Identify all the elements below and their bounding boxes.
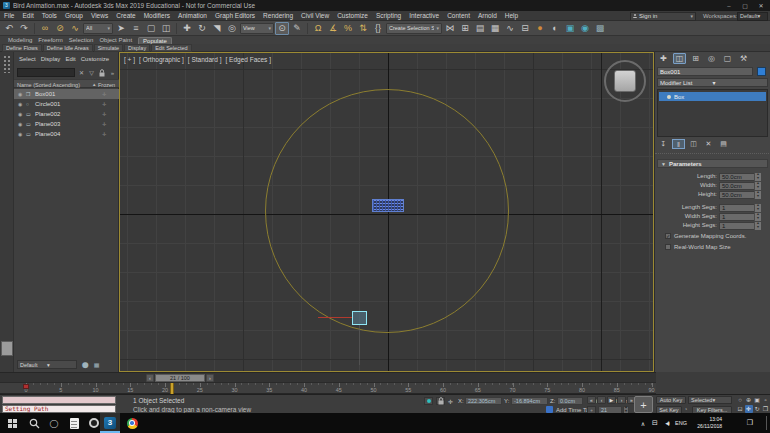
macro-recorder-field[interactable] [2, 396, 116, 404]
curve-editor-icon[interactable]: ∿ [503, 22, 517, 35]
start-button[interactable] [2, 413, 22, 433]
plane-wireframe-objects[interactable] [372, 199, 404, 212]
undo-icon[interactable]: ↶ [2, 22, 16, 35]
transform-type-in-icon[interactable]: ✛ [448, 398, 453, 405]
named-selection-set-dropdown[interactable]: Create Selection Se▾ [386, 23, 442, 34]
dock-handle[interactable] [1, 341, 13, 356]
zoom-button[interactable]: ○ [736, 396, 744, 405]
zoom-region-button[interactable]: ▫ [762, 396, 770, 405]
auto-key-button[interactable]: Auto Key [656, 396, 686, 404]
select-and-manipulate-icon[interactable]: ✎ [290, 22, 304, 35]
menu-content[interactable]: Content [443, 12, 474, 19]
select-and-rotate-icon[interactable]: ↻ [195, 22, 209, 35]
spinner-down-icon[interactable]: ▼ [756, 226, 759, 230]
viewport-menu-general[interactable]: [ + ] [124, 56, 135, 63]
menu-tools[interactable]: Tools [38, 12, 61, 19]
y-coordinate-field[interactable]: -16.894cm [511, 397, 548, 405]
object-name-field[interactable]: Box001 [657, 67, 753, 76]
ribbon-button-define-flows[interactable]: Define Flows [2, 44, 42, 52]
toolbar-grip-handle[interactable] [3, 55, 11, 73]
maximize-viewport-button[interactable]: ❐ [762, 405, 770, 414]
angle-snap-icon[interactable]: ∡ [326, 22, 340, 35]
ribbon-tab-modeling[interactable]: Modeling [8, 37, 32, 43]
redo-icon[interactable]: ↷ [17, 22, 31, 35]
frozen-toggle-icon[interactable]: ✛ [102, 131, 106, 137]
param-spinner[interactable]: ▲▼ [754, 222, 761, 230]
visibility-eye-icon[interactable]: ◉ [18, 91, 22, 97]
select-and-link-icon[interactable]: ∞ [38, 22, 52, 35]
stopwatch-icon[interactable]: ◔ [684, 406, 687, 412]
visibility-eye-icon[interactable]: ◉ [18, 121, 22, 127]
checkbox[interactable] [665, 244, 671, 250]
selected-box-object[interactable] [352, 311, 367, 325]
language-indicator[interactable]: ENG [674, 413, 688, 433]
scene-object-row-plane003[interactable]: ◉▭Plane003✛ [14, 119, 119, 129]
spinner-down-icon[interactable]: ▼ [756, 177, 759, 181]
maxscript-listener-field[interactable]: Setting Path [2, 405, 116, 413]
taskbar-app-3dsmax-active[interactable]: 3 [100, 413, 120, 433]
snaps-toggle-icon[interactable]: Ω [311, 22, 325, 35]
tab-display[interactable]: ▢ [721, 53, 734, 64]
timeline-ruler[interactable]: 051015202530354045505560657075808590 [0, 382, 656, 394]
zoom-all-button[interactable]: ⊕ [745, 396, 753, 405]
clock[interactable]: 13:04 26/11/2018 [688, 416, 722, 429]
percent-snap-icon[interactable]: % [341, 22, 355, 35]
play-animation-button[interactable]: ▶ [607, 396, 616, 404]
visibility-eye-icon[interactable]: ◉ [18, 131, 22, 137]
isolate-selection-toggle[interactable] [424, 397, 433, 405]
frozen-toggle-icon[interactable]: ✛ [102, 101, 106, 107]
next-frame-arrow[interactable]: › [206, 374, 214, 382]
render-iterative-icon[interactable]: ▩ [593, 22, 607, 35]
menu-create[interactable]: Create [112, 12, 140, 19]
spinner-down-icon[interactable]: ▼ [756, 208, 759, 212]
scene-explorer-column-header[interactable]: Name (Sorted Ascending) ▲ Frozen [14, 79, 119, 88]
taskbar-app-document[interactable] [64, 413, 84, 433]
use-pivot-point-icon[interactable]: ⊙ [275, 22, 289, 35]
configure-modifier-sets-button[interactable]: ▤ [717, 139, 730, 149]
viewport-orthographic[interactable]: [ + ] [ Orthographic ] [ Standard ] [ Ed… [119, 52, 654, 372]
keyframe-marker[interactable] [23, 384, 29, 389]
spinner-down-icon[interactable]: ▼ [756, 217, 759, 221]
menu-customize[interactable]: Customize [333, 12, 372, 19]
pan-2d-button[interactable]: ⊡ [736, 405, 744, 414]
param-spinner[interactable]: ▲▼ [754, 204, 761, 212]
sign-in-button[interactable]: Sign in ▾ [630, 12, 696, 21]
explorer-menu-select[interactable]: Select [19, 56, 36, 62]
orbit-button[interactable]: ↻ [753, 405, 761, 414]
render-setup-icon[interactable]: ◐ [548, 22, 562, 35]
zoom-extents-button[interactable]: ▣ [753, 396, 761, 405]
ribbon-button-edit-selected[interactable]: Edit Selected [151, 44, 191, 52]
frozen-toggle-icon[interactable]: ✛ [102, 121, 106, 127]
panel-splitter[interactable] [655, 153, 770, 157]
explorer-menu-display[interactable]: Display [41, 56, 61, 62]
scene-object-row-box001[interactable]: ◉❒Box001✛ [14, 89, 119, 99]
named-selection-sets-icon[interactable]: {} [371, 22, 385, 35]
maximize-button[interactable]: ▢ [738, 0, 752, 11]
menu-interactive[interactable]: Interactive [405, 12, 443, 19]
menu-modifiers[interactable]: Modifiers [140, 12, 174, 19]
menu-group[interactable]: Group [61, 12, 87, 19]
ribbon-button-define-idle-areas[interactable]: Define Idle Areas [43, 44, 93, 52]
param-spinner[interactable]: ▲▼ [754, 173, 761, 181]
menu-animation[interactable]: Animation [174, 12, 211, 19]
parameters-rollout-header[interactable]: ▼ Parameters [657, 159, 768, 168]
modifier-list-dropdown[interactable]: Modifier List ▾ [657, 78, 768, 87]
bind-to-space-warp-icon[interactable]: ∿ [68, 22, 82, 35]
taskbar-app-chrome[interactable] [122, 413, 142, 433]
reference-coordinate-dropdown[interactable]: View▾ [240, 23, 274, 34]
param-spinner[interactable]: ▲▼ [754, 213, 761, 221]
ribbon-tab-freeform[interactable]: Freeform [38, 37, 62, 43]
column-name[interactable]: Name (Sorted Ascending) [17, 82, 80, 88]
x-coordinate-field[interactable]: 222.305cm [465, 397, 502, 405]
tab-create[interactable]: ✚ [657, 53, 670, 64]
time-slider-value[interactable]: 21 / 100 [155, 374, 205, 382]
column-frozen[interactable]: Frozen [98, 82, 115, 88]
volume-icon[interactable]: ◀) [661, 413, 673, 433]
param-spinner[interactable]: ▲▼ [754, 191, 761, 199]
menu-file[interactable]: File [0, 12, 18, 19]
make-unique-button[interactable]: ◫ [687, 139, 700, 149]
set-keys-button[interactable]: + [634, 396, 653, 413]
modifier-stack-item-box[interactable]: Box [659, 92, 766, 101]
viewport-menu-shading[interactable]: [ Standard ] [188, 56, 222, 63]
tab-hierarchy[interactable]: ⊞ [689, 53, 702, 64]
